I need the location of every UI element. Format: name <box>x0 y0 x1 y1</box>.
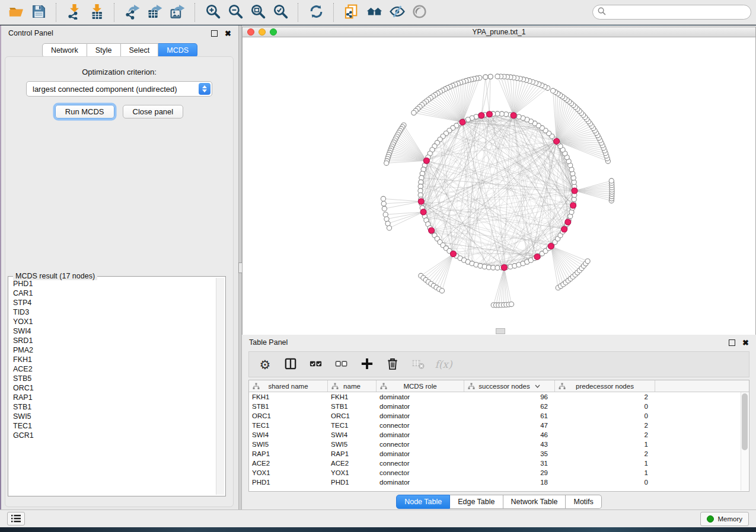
hide-graphics-details-button[interactable] <box>385 2 408 23</box>
mcds-result-node[interactable]: ORC1 <box>9 383 215 393</box>
cell-successor-nodes: 31 <box>464 460 555 467</box>
node-table-scrollbar[interactable] <box>741 392 748 491</box>
mcds-result-node[interactable]: SWI4 <box>9 326 215 336</box>
close-table-panel-icon[interactable]: ✖ <box>742 339 749 347</box>
mcds-result-node[interactable]: PMA2 <box>9 345 215 355</box>
column-header-MCDS-role[interactable]: MCDS role <box>377 380 464 392</box>
mcds-result-node[interactable]: GCR1 <box>9 431 215 440</box>
tab-style[interactable]: Style <box>87 43 121 57</box>
table-row[interactable]: ORC1ORC1dominator610 <box>249 411 749 421</box>
tab-motifs[interactable]: Motifs <box>566 495 601 509</box>
mcds-result-node[interactable]: ACE2 <box>9 364 215 374</box>
float-panel-icon[interactable] <box>211 30 218 37</box>
gear-icon: ⚙ <box>260 358 271 371</box>
tab-node-table[interactable]: Node Table <box>396 495 450 509</box>
network-view[interactable] <box>242 37 756 335</box>
mcds-result-node[interactable]: STB5 <box>9 374 215 383</box>
network-graph[interactable] <box>243 37 756 334</box>
optimization-criterion-select[interactable]: largest connected component (undirected) <box>26 81 212 97</box>
table-row[interactable]: SWI4SWI4dominator462 <box>249 430 749 440</box>
column-label: shared name <box>268 383 308 390</box>
mcds-result-node[interactable]: TID3 <box>9 307 215 317</box>
zoom-fit-button[interactable] <box>247 2 269 23</box>
export-image-button[interactable] <box>166 2 189 23</box>
mcds-result-node[interactable]: TEC1 <box>9 421 215 431</box>
cell-MCDS-role: dominator <box>377 450 464 457</box>
search-input[interactable] <box>609 8 746 17</box>
table-row[interactable]: SWI5SWI5connector431 <box>249 440 749 449</box>
column-header-predecessor-nodes[interactable]: predecessor nodes <box>555 380 655 392</box>
import-table-button[interactable] <box>85 2 108 23</box>
column-header-successor-nodes[interactable]: successor nodes <box>464 380 555 392</box>
mcds-result-node[interactable]: STB1 <box>9 402 215 412</box>
control-panel-titlebar: Control Panel ✖ <box>1 25 238 41</box>
zoom-selected-button[interactable] <box>269 2 292 23</box>
cell-predecessor-nodes: 0 <box>555 479 655 486</box>
network-window-titlebar[interactable]: YPA_prune.txt_1 <box>242 27 756 37</box>
mcds-result-node[interactable]: SWI5 <box>9 412 215 421</box>
new-network-from-selection-button[interactable] <box>340 2 363 23</box>
cell-shared-name: ORC1 <box>249 412 328 419</box>
search-box[interactable] <box>592 5 751 20</box>
mcds-result-node[interactable]: STP4 <box>9 298 215 307</box>
column-header-shared-name[interactable]: shared name <box>249 380 328 392</box>
show-columns-button[interactable] <box>280 354 301 374</box>
mcds-result-node[interactable]: YOX1 <box>9 317 215 326</box>
run-mcds-button[interactable]: Run MCDS <box>55 105 114 118</box>
select-all-columns-button[interactable] <box>306 354 326 374</box>
import-network-icon <box>66 4 82 21</box>
open-file-button[interactable] <box>5 2 27 23</box>
panel-list-button[interactable] <box>7 512 25 525</box>
tab-select[interactable]: Select <box>121 43 159 57</box>
mcds-result-node[interactable]: CAR1 <box>9 289 215 298</box>
tab-edge-table[interactable]: Edge Table <box>450 495 503 509</box>
cell-shared-name: TEC1 <box>249 422 328 429</box>
table-row[interactable]: STB1STB1dominator620 <box>249 402 749 411</box>
import-network-button[interactable] <box>63 2 85 23</box>
refresh-view-button[interactable] <box>305 2 327 23</box>
birdseye-view-button[interactable] <box>408 2 430 23</box>
deselect-all-columns-button[interactable] <box>331 354 352 374</box>
float-table-panel-icon[interactable] <box>729 339 735 346</box>
status-bar: Memory <box>0 509 756 527</box>
table-row[interactable]: YOX1YOX1connector291 <box>249 468 749 477</box>
mcds-result-scrollbar[interactable] <box>216 278 224 495</box>
export-table-button[interactable] <box>143 2 166 23</box>
cell-successor-nodes: 62 <box>464 403 555 410</box>
zoom-out-button[interactable] <box>224 2 247 23</box>
table-row[interactable]: ACE2ACE2connector311 <box>249 459 749 468</box>
table-row[interactable]: RAP1RAP1dominator352 <box>249 449 749 459</box>
close-panel-button[interactable]: Close panel <box>123 105 184 118</box>
node-table-scroll-thumb[interactable] <box>742 393 748 450</box>
create-column-button[interactable] <box>357 354 377 374</box>
cell-successor-nodes: 47 <box>464 422 555 429</box>
toolbar-separator <box>298 3 299 22</box>
cell-shared-name: STB1 <box>249 403 328 410</box>
network-table-split-grip[interactable] <box>496 328 505 334</box>
export-network-button[interactable] <box>121 2 143 23</box>
toolbar-separator <box>114 3 115 22</box>
table-row[interactable]: TEC1TEC1connector472 <box>249 421 749 430</box>
mcds-result-node[interactable]: PHD1 <box>9 279 215 289</box>
delete-columns-button[interactable] <box>382 354 403 374</box>
mcds-result-node[interactable]: RAP1 <box>9 393 215 402</box>
tab-mcds[interactable]: MCDS <box>158 43 197 57</box>
table-row[interactable]: FKH1FKH1dominator962 <box>249 392 749 402</box>
cell-predecessor-nodes: 2 <box>555 393 655 400</box>
tab-network[interactable]: Network <box>42 43 87 57</box>
select-all-icon <box>309 357 323 373</box>
memory-button[interactable]: Memory <box>700 512 749 526</box>
close-panel-icon[interactable]: ✖ <box>225 30 231 37</box>
tab-network-table[interactable]: Network Table <box>503 495 566 509</box>
mcds-result-node[interactable]: SRD1 <box>9 336 215 345</box>
mcds-result-node[interactable]: FKH1 <box>9 355 215 364</box>
table-row[interactable]: PHD1PHD1dominator180 <box>249 477 749 487</box>
zoom-in-button[interactable] <box>202 2 224 23</box>
column-header-name[interactable]: name <box>328 380 377 392</box>
optimization-criterion-label: Optimization criterion: <box>5 68 233 76</box>
save-session-button[interactable] <box>27 2 50 23</box>
cell-MCDS-role: dominator <box>377 393 464 400</box>
table-mode-button[interactable]: ⚙ <box>255 354 275 374</box>
show-panels-button[interactable] <box>363 2 385 23</box>
cell-name: PHD1 <box>328 479 377 486</box>
